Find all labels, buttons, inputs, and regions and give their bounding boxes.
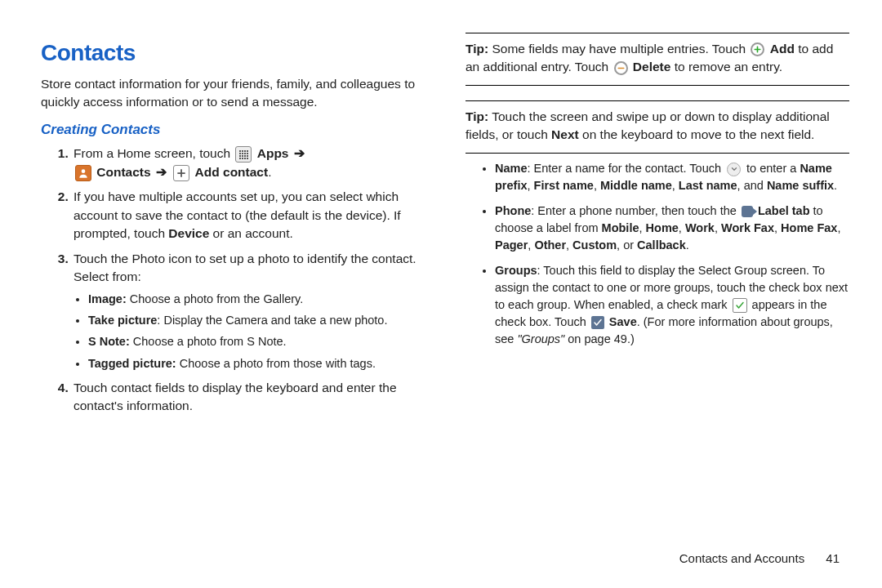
opt-tagged: Tagged picture: Choose a photo from thos… [88,355,425,372]
name-suffix: Name suffix [767,179,834,192]
opt-image: Image: Choose a photo from the Gallery. [88,291,425,308]
step-3: Touch the Photo icon to set up a photo t… [72,250,425,372]
expand-icon [727,163,741,176]
step-2: If you have multiple accounts set up, yo… [72,188,425,243]
subsection-title: Creating Contacts [41,120,425,140]
tip-separator-top-1 [466,33,849,33]
photo-options-list: Image: Choose a photo from the Gallery. … [74,291,425,372]
next-label: Next [551,127,579,141]
tip-separator-top-2 [466,100,849,101]
tip-separator-bot-1 [466,85,849,86]
tip-1-label: Tip: [466,42,488,56]
field-phone: Phone: Enter a phone number, then touch … [495,203,849,254]
tip-1: Tip: Some fields may have multiple entri… [466,40,849,77]
plus-icon [751,42,764,56]
tip-1-text-b: Some fields may have multiple entries. T… [488,42,749,56]
opt-snote: S Note: Choose a photo from S Note. [88,333,425,350]
tip-2: Tip: Touch the screen and swipe up or do… [466,108,849,145]
save-icon [591,316,604,329]
tip-1-text-d: to remove an entry. [670,60,782,74]
page-footer: Contacts and Accounts 41 [679,551,840,565]
section-title: Contacts [41,37,425,70]
save-label: Save [609,315,637,328]
field-groups: Groups: Touch this field to display the … [495,262,849,348]
opt-tagged-b: Tagged picture: [88,357,176,370]
tip-2-label: Tip: [466,109,488,123]
groups-ref: "Groups" [517,332,564,345]
steps-list: From a Home screen, touch Apps ➔ Contact… [41,145,425,415]
step-3-text: Touch the Photo icon to set up a photo t… [74,252,416,283]
arrow-2: ➔ [154,165,172,179]
intro-text: Store contact information for your frien… [41,75,425,112]
name-t2: to enter a [746,162,800,175]
opt-snote-t: Choose a photo from S Note. [130,335,287,348]
groups-t4: on page 49.) [564,332,634,345]
add-contact-icon [173,165,189,181]
phone-label: Phone [495,204,531,217]
step-4-text: Touch contact fields to display the keyb… [74,381,397,412]
phone-t1: : Enter a phone number, then touch the [531,204,740,217]
step-1-text-a: From a Home screen, touch [74,146,234,160]
device-label: Device [168,226,209,240]
opt-image-t: Choose a photo from the Gallery. [127,292,304,305]
checkmark-icon [733,298,747,313]
opt-image-b: Image: [88,292,127,305]
svg-point-0 [82,169,86,173]
step-1: From a Home screen, touch Apps ➔ Contact… [72,145,425,181]
groups-label: Groups [495,264,537,277]
tip-2-text-c: on the keyboard to move to the next fiel… [579,127,815,141]
step-2-end: or an account. [209,226,293,240]
delete-label: Delete [633,60,671,74]
right-column: Tip: Some fields may have multiple entri… [457,24,849,572]
name-label: Name [495,162,528,175]
arrow-1: ➔ [292,146,306,160]
tip-separator-bot-2 [466,153,849,154]
apps-icon [235,146,252,163]
opt-take: Take picture: Display the Camera and tak… [88,312,425,329]
last-name: Last name [679,179,737,192]
field-list: Name: Enter a name for the contact. Touc… [483,160,849,348]
label-tab-icon [742,206,753,217]
opt-snote-b: S Note: [88,335,130,348]
first-name: First name [534,179,594,192]
opt-take-t: : Display the Camera and take a new phot… [157,314,387,327]
apps-label: Apps [257,146,289,160]
minus-icon [614,61,628,75]
left-column: Contacts Store contact information for y… [41,24,425,572]
opt-tagged-t: Choose a photo from those with tags. [176,357,376,370]
add-label: Add [770,42,795,56]
opt-take-b: Take picture [88,314,157,327]
page: Contacts Store contact information for y… [0,0,882,588]
add-contact-label: Add contact [195,165,269,179]
middle-name: Middle name [600,179,672,192]
page-number: 41 [826,551,840,565]
chapter-name: Contacts and Accounts [679,551,804,565]
name-t1: : Enter a name for the contact. Touch [528,162,725,175]
contacts-icon [75,165,91,181]
contacts-label: Contacts [96,165,150,179]
step-4: Touch contact fields to display the keyb… [72,379,425,416]
label-tab-label: Label tab [758,204,810,217]
field-name: Name: Enter a name for the contact. Touc… [495,160,849,194]
